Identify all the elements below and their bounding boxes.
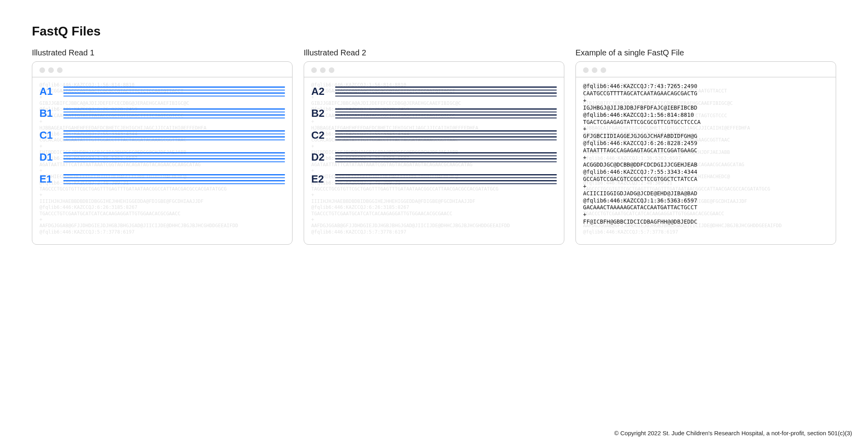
read-label: A1 [39,85,56,98]
window-dot-icon [311,67,317,73]
read-label: A2 [311,85,328,98]
window-dot-icon [57,67,63,73]
read-row: B1 [39,107,285,120]
page-title: FastQ Files [32,24,836,39]
read-row: E1 [39,173,285,185]
window-read1: @fqlib6:446:KAZCCQJ:1:56:814:8810 CTTTCG… [32,61,293,245]
read-row: E2 [311,173,557,185]
window-titlebar [32,62,292,77]
window-read2: @fqlib6:446:KAZCCQJ:1:56:814:8810 CTTTCG… [304,61,564,245]
read-lines [335,152,557,162]
panel-example-label: Example of a single FastQ File [575,48,836,57]
read-label: E1 [39,173,56,185]
window-dot-icon [329,67,334,73]
window-dot-icon [48,67,54,73]
window-dot-icon [583,67,589,73]
read-lines [335,174,557,184]
read-label: E2 [311,173,328,185]
read-lines [335,86,557,96]
read-row: C1 [39,129,285,141]
reads-list: A2B2C2D2E2 [311,82,557,185]
window-dot-icon [39,67,45,73]
read-label: D1 [39,151,56,163]
window-dot-icon [601,67,606,73]
read-row: D2 [311,151,557,163]
read-lines [63,108,285,118]
panel-read1-label: Illustrated Read 1 [32,48,293,57]
read-label: D2 [311,151,328,163]
read-row: D1 [39,151,285,163]
read-row: A2 [311,85,557,98]
read-row: C2 [311,129,557,141]
read-label: B1 [39,107,56,120]
read-label: C1 [39,129,56,141]
read-lines [63,86,285,96]
panels-row: Illustrated Read 1 @fqlib6:446:KAZCCQJ:1… [32,48,836,245]
read-lines [63,174,285,184]
window-titlebar [576,62,836,77]
read-row: A1 [39,85,285,98]
panel-read2-label: Illustrated Read 2 [304,48,564,57]
read-row: B2 [311,107,557,120]
fastq-example-text: @fqlib6:446:KAZCCQJ:7:43:7265:2490 CAATG… [583,82,829,226]
window-dot-icon [592,67,597,73]
read-lines [63,152,285,162]
read-label: B2 [311,107,328,120]
read-label: C2 [311,129,328,141]
window-titlebar [304,62,564,77]
panel-read1: Illustrated Read 1 @fqlib6:446:KAZCCQJ:1… [32,48,293,245]
window-dot-icon [320,67,326,73]
panel-example: Example of a single FastQ File @fqlib6:4… [575,48,836,245]
read-lines [335,108,557,118]
window-example: @fqlib6:446:KAZCCQJ:1:56:814:8810 CTTTCG… [575,61,836,245]
reads-list: A1B1C1D1E1 [39,82,285,185]
read-lines [335,130,557,140]
read-lines [63,130,285,140]
panel-read2: Illustrated Read 2 @fqlib6:446:KAZCCQJ:1… [304,48,564,245]
